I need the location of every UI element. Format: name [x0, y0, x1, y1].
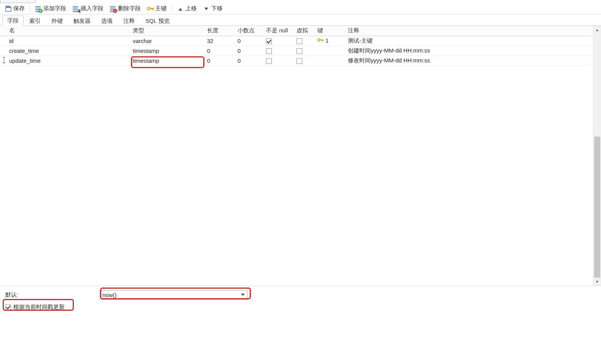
col-notnull[interactable]: 不是 null — [264, 26, 294, 36]
default-value-text: now() — [102, 292, 117, 298]
default-label: 默认: — [5, 291, 97, 299]
save-label: 保存 — [13, 5, 25, 12]
scroll-down-button[interactable]: ▼ — [593, 278, 601, 286]
delete-field-button[interactable]: − 删除字段 — [107, 4, 143, 14]
cell-length[interactable]: 0 — [205, 56, 235, 65]
insert-field-label: 插入字段 — [81, 5, 104, 12]
primary-key-label: 主键 — [155, 5, 167, 12]
cell-comment[interactable]: 测试-主键 — [346, 36, 593, 46]
on-update-timestamp-checkbox[interactable] — [5, 304, 11, 310]
cell-length[interactable]: 32 — [205, 36, 235, 46]
tab-comment[interactable]: 注释 — [118, 16, 140, 26]
col-type[interactable]: 类型 — [131, 26, 205, 36]
delete-field-icon: − — [110, 5, 116, 12]
tab-fields[interactable]: 字段 — [2, 16, 24, 26]
not-null-checkbox[interactable] — [266, 38, 272, 44]
table-row[interactable]: idvarchar3201测试-主键 — [0, 36, 593, 46]
cell-decimal[interactable]: 0 — [235, 56, 264, 65]
table-row[interactable]: create_timetimestamp00创建时间yyyy-MM-dd HH:… — [0, 46, 593, 56]
move-down-button[interactable]: 下移 — [200, 4, 225, 14]
move-up-label: 上移 — [185, 5, 197, 12]
not-null-checkbox[interactable] — [266, 58, 272, 64]
virtual-checkbox[interactable] — [297, 58, 302, 64]
delete-field-label: 删除字段 — [118, 5, 141, 12]
cell-decimal[interactable]: 0 — [235, 36, 264, 46]
key-icon — [147, 5, 154, 12]
chevron-down-icon — [241, 294, 245, 298]
cell-name[interactable]: id — [7, 36, 131, 46]
table-row[interactable]: update_timetimestamp00修改时间yyyy-MM-dd HH:… — [0, 56, 593, 65]
col-key[interactable]: 键 — [315, 26, 346, 36]
key-icon — [317, 38, 324, 43]
save-icon — [5, 5, 12, 12]
cell-key[interactable] — [315, 46, 346, 56]
add-field-icon: + — [35, 5, 42, 12]
col-length[interactable]: 长度 — [205, 26, 235, 36]
toolbar-separator — [172, 5, 172, 13]
virtual-checkbox[interactable] — [297, 48, 302, 54]
vertical-scrollbar[interactable]: ▲ ▼ — [593, 26, 601, 286]
save-button[interactable]: 保存 — [2, 4, 27, 14]
primary-key-indicator: 1 — [317, 37, 328, 44]
cell-decimal[interactable]: 0 — [235, 46, 264, 56]
tab-foreign-keys[interactable]: 外键 — [46, 16, 68, 26]
move-up-button[interactable]: 上移 — [174, 4, 199, 14]
scroll-thumb[interactable] — [594, 137, 600, 289]
virtual-checkbox[interactable] — [297, 38, 302, 44]
on-update-timestamp-label: 根据当前时间戳更新 — [13, 304, 65, 311]
field-properties-panel: 默认: now() 根据当前时间戳更新 — [0, 286, 601, 364]
tab-options[interactable]: 选项 — [96, 16, 118, 26]
col-virtual[interactable]: 虚拟 — [294, 26, 315, 36]
scroll-up-button[interactable]: ▲ — [593, 26, 601, 34]
tab-triggers[interactable]: 触发器 — [69, 16, 96, 26]
toolbar: 保存 + 添加字段 插入字段 − 删除字段 主键 上移 下移 — [0, 3, 601, 14]
tab-indexes[interactable]: 索引 — [24, 16, 46, 26]
move-down-label: 下移 — [211, 5, 223, 12]
col-decimal[interactable]: 小数点 — [235, 26, 264, 36]
scroll-track[interactable] — [593, 34, 601, 278]
not-null-checkbox[interactable] — [266, 48, 272, 54]
insert-field-button[interactable]: 插入字段 — [70, 4, 106, 14]
grid-header-row[interactable]: 名 类型 长度 小数点 不是 null 虚拟 键 注释 — [0, 26, 593, 36]
designer-tabs: 字段 索引 外键 触发器 选项 注释 SQL 预览 — [0, 14, 601, 26]
fields-grid[interactable]: 名 类型 长度 小数点 不是 null 虚拟 键 注释 idvarchar320… — [0, 26, 593, 286]
arrow-up-icon — [177, 5, 184, 12]
insert-field-icon — [72, 5, 79, 12]
cell-length[interactable]: 0 — [205, 46, 235, 56]
cell-name[interactable]: create_time — [7, 46, 131, 56]
cell-comment[interactable]: 创建时间yyyy-MM-dd HH:mm:ss — [346, 46, 593, 56]
arrow-down-icon — [203, 5, 210, 12]
add-field-button[interactable]: + 添加字段 — [32, 4, 69, 14]
tab-sql-preview[interactable]: SQL 预览 — [140, 16, 175, 26]
cell-name[interactable]: update_time — [7, 56, 131, 65]
cell-comment[interactable]: 修改时间yyyy-MM-dd HH:mm:ss — [346, 56, 593, 65]
col-name[interactable]: 名 — [7, 26, 131, 36]
col-comment[interactable]: 注释 — [346, 26, 593, 36]
primary-key-button[interactable]: 主键 — [144, 4, 169, 14]
edit-cursor-icon — [2, 57, 6, 63]
toolbar-separator — [30, 5, 30, 13]
default-value-combo[interactable]: now() — [100, 290, 247, 300]
cell-key[interactable] — [315, 56, 346, 65]
key-order: 1 — [325, 37, 328, 44]
cell-key[interactable]: 1 — [315, 36, 346, 46]
cell-type[interactable]: timestamp — [131, 56, 205, 65]
cell-type[interactable]: timestamp — [131, 46, 205, 56]
object-tab-stub[interactable] — [0, 0, 36, 3]
add-field-label: 添加字段 — [43, 5, 66, 12]
cell-type[interactable]: varchar — [131, 36, 205, 46]
